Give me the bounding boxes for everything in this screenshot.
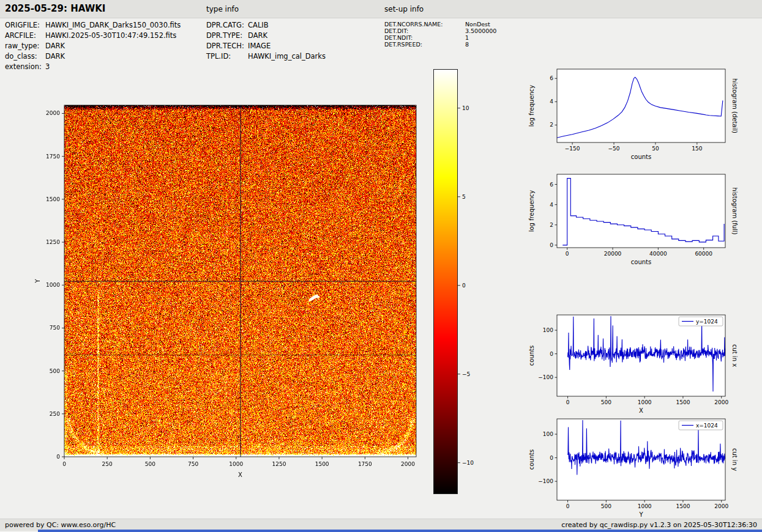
svg-text:10: 10 [462,105,469,111]
svg-text:4: 4 [550,202,553,208]
colorbar [433,69,458,494]
meta-value-rawtype: DARK [45,42,65,50]
meta-label-rspeed: DET.RSPEED: [384,41,422,48]
svg-text:1750: 1750 [358,461,372,467]
svg-text:150: 150 [692,146,702,152]
svg-text:−100: −100 [538,374,553,380]
svg-text:1500: 1500 [676,399,690,405]
colorbar-ticks: 1050−5−10 [458,69,495,509]
svg-text:0: 0 [566,503,570,509]
svg-text:5: 5 [462,194,466,200]
histogram_detail-plot: −150−5050150246countslog frequencyhistog… [520,58,762,171]
type-info-heading: type info [206,5,239,13]
cut_x-plot: 0500100015002000−1000100Xcountscut in xy… [520,304,762,421]
svg-text:250: 250 [102,461,113,467]
setup-info-heading: set-up info [384,5,424,13]
svg-text:500: 500 [601,503,611,509]
svg-text:x=1024: x=1024 [696,423,718,429]
meta-label-dprcatg: DPR.CATG: [206,21,244,29]
svg-text:−5: −5 [462,371,470,377]
svg-text:20000: 20000 [604,251,622,257]
svg-text:2: 2 [550,222,553,228]
svg-text:1000: 1000 [229,461,243,467]
svg-text:counts: counts [528,345,535,366]
svg-text:0: 0 [566,251,569,257]
meta-value-doclass: DARK [45,52,65,61]
svg-text:counts: counts [528,449,535,470]
svg-text:X: X [238,471,242,478]
meta-label-doclass: do_class: [5,52,37,61]
bottom-blue-strip [38,530,762,532]
svg-text:750: 750 [188,461,198,467]
meta-value-arcfile: HAWKI.2025-05-30T10:47:49.152.fits [45,31,176,40]
svg-text:0: 0 [62,461,66,467]
meta-value-dit: 3.5000000 [465,28,496,34]
svg-text:500: 500 [50,368,60,374]
meta-label-extension: extension: [5,62,42,71]
svg-text:40000: 40000 [649,251,667,257]
svg-text:4: 4 [550,98,553,105]
raw-image-axes: 0250500750100012501500175020000250500750… [28,86,431,489]
meta-value-origfile: HAWKI_IMG_DARK_Darks150_0030.fits [45,21,181,29]
svg-text:cut in x: cut in x [731,344,738,367]
meta-value-dprcatg: CALIB [248,21,269,29]
svg-text:2000: 2000 [401,461,415,467]
page-title: 2025-05-29: HAWKI [5,3,105,14]
svg-text:6: 6 [550,182,553,188]
svg-text:−100: −100 [538,478,553,484]
meta-label-ncorrs: DET.NCORRS.NAME: [384,21,443,28]
meta-value-extension: 3 [45,62,50,71]
svg-text:750: 750 [50,325,60,331]
cut_y-plot: 0500100015002000−1000100Ycountscut in yx… [520,408,762,528]
svg-text:y=1024: y=1024 [696,319,718,325]
svg-text:1500: 1500 [315,461,329,467]
svg-text:log frequency: log frequency [528,190,535,232]
meta-label-arcfile: ARCFILE: [5,31,36,40]
svg-text:1250: 1250 [46,239,60,245]
svg-text:0: 0 [566,399,570,405]
svg-text:1000: 1000 [638,399,652,405]
svg-text:250: 250 [50,411,60,417]
svg-text:counts: counts [631,153,651,160]
svg-text:cut in y: cut in y [731,448,738,471]
svg-text:0: 0 [56,454,60,460]
svg-text:0: 0 [550,351,553,357]
meta-label-dprtype: DPR.TYPE: [206,31,242,40]
svg-text:−10: −10 [462,460,474,466]
svg-text:2000: 2000 [46,110,60,116]
svg-text:100: 100 [543,431,553,437]
svg-text:histogram (full): histogram (full) [731,187,738,234]
svg-text:1500: 1500 [46,196,60,202]
svg-text:Y: Y [34,279,41,284]
svg-text:Y: Y [638,511,643,518]
meta-label-dprtech: DPR.TECH: [206,42,244,50]
svg-text:log frequency: log frequency [528,85,535,127]
histogram_full-plot: 02000040000600000246countslog frequencyh… [520,163,762,276]
svg-text:2000: 2000 [714,399,728,405]
meta-value-tplid: HAWKI_img_cal_Darks [248,52,326,61]
svg-text:1000: 1000 [46,282,60,288]
svg-text:counts: counts [631,259,651,265]
svg-text:0: 0 [550,242,553,248]
svg-text:50: 50 [652,146,659,152]
meta-label-origfile: ORIGFILE: [5,21,40,29]
svg-text:6: 6 [550,75,553,81]
svg-text:1000: 1000 [638,503,652,509]
svg-text:0: 0 [462,283,466,289]
svg-text:−150: −150 [565,146,580,152]
meta-value-rspeed: 8 [465,41,469,48]
qc-report-page: 2025-05-29: HAWKI type info set-up info … [0,0,762,532]
meta-label-dit: DET.DIT: [384,28,408,34]
svg-text:60000: 60000 [695,251,712,257]
header-bar: 2025-05-29: HAWKI type info set-up info [0,0,762,18]
svg-text:0: 0 [550,455,553,461]
svg-text:500: 500 [601,399,611,405]
svg-text:1500: 1500 [676,503,690,509]
meta-label-rawtype: raw_type: [5,42,40,50]
svg-text:2000: 2000 [714,503,728,509]
svg-text:1250: 1250 [272,461,286,467]
svg-text:100: 100 [543,327,553,333]
svg-text:histogram (detail): histogram (detail) [731,78,738,133]
meta-value-ncorrs: NonDest [465,21,490,28]
meta-value-dprtech: IMAGE [248,42,271,50]
